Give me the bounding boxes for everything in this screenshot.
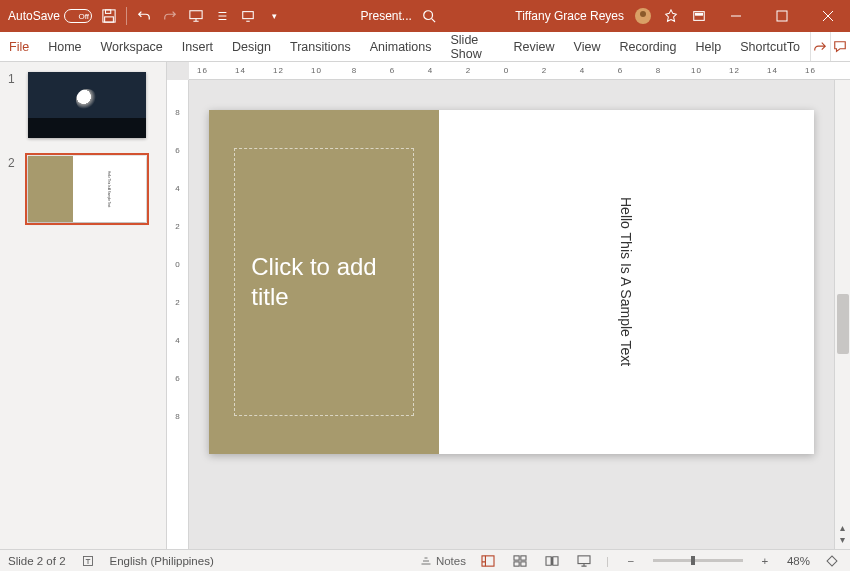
svg-rect-1 — [106, 10, 111, 14]
ribbon-display-icon[interactable] — [690, 7, 708, 25]
svg-point-5 — [424, 11, 433, 20]
current-slide[interactable]: Click to add title Hello This Is A Sampl… — [209, 110, 814, 454]
svg-rect-15 — [514, 561, 519, 565]
title-placeholder[interactable]: Click to add title — [234, 148, 413, 416]
vertical-ruler[interactable]: 864202468 — [167, 80, 189, 549]
accessibility-icon[interactable] — [78, 553, 98, 569]
title-bar: AutoSave Off ▾ Present... Tiffany Grace … — [0, 0, 850, 32]
tab-insert[interactable]: Insert — [173, 32, 223, 61]
list-icon[interactable] — [213, 7, 231, 25]
sample-text[interactable]: Hello This Is A Sample Text — [618, 197, 634, 366]
tab-transitions[interactable]: Transitions — [281, 32, 361, 61]
tab-file[interactable]: File — [0, 32, 39, 61]
slide-counter[interactable]: Slide 2 of 2 — [8, 555, 66, 567]
slidesorter-view-icon[interactable] — [510, 553, 530, 569]
comments-button[interactable] — [830, 32, 850, 61]
fit-to-window-icon[interactable] — [822, 553, 842, 569]
share-button[interactable] — [810, 32, 830, 61]
normal-view-icon[interactable] — [478, 553, 498, 569]
tab-slideshow[interactable]: Slide Show — [442, 32, 505, 61]
thumb-number: 2 — [8, 156, 20, 222]
tab-review[interactable]: Review — [505, 32, 565, 61]
slide-thumbnail-1[interactable] — [28, 72, 146, 138]
slide-left-panel: Click to add title — [209, 110, 439, 454]
title-placeholder-text: Click to add title — [251, 252, 396, 312]
tab-help[interactable]: Help — [686, 32, 731, 61]
search-icon[interactable] — [420, 7, 438, 25]
maximize-button[interactable] — [764, 0, 800, 32]
svg-rect-13 — [514, 555, 519, 559]
user-name[interactable]: Tiffany Grace Reyes — [515, 9, 624, 23]
zoom-out-icon[interactable]: − — [621, 553, 641, 569]
coming-soon-icon[interactable] — [662, 7, 680, 25]
svg-rect-4 — [243, 12, 254, 19]
ribbon-tabs: File Home Workspace Insert Design Transi… — [0, 32, 850, 62]
horizontal-ruler[interactable]: 1614121086420246810121416 — [189, 62, 850, 80]
slide-right-panel: Hello This Is A Sample Text — [439, 110, 814, 454]
notes-toggle[interactable]: Notes — [420, 553, 466, 569]
save-icon[interactable] — [100, 7, 118, 25]
svg-rect-12 — [482, 555, 494, 565]
next-slide-icon[interactable]: ▾ — [840, 535, 845, 545]
autosave-label: AutoSave — [8, 9, 60, 23]
tab-shortcut[interactable]: ShortcutTo — [731, 32, 810, 61]
tab-recording[interactable]: Recording — [610, 32, 686, 61]
qat-customize-icon[interactable]: ▾ — [265, 7, 283, 25]
close-button[interactable] — [810, 0, 846, 32]
prev-slide-icon[interactable]: ▴ — [840, 523, 845, 533]
status-bar: Slide 2 of 2 English (Philippines) Notes… — [0, 549, 850, 571]
undo-icon[interactable] — [135, 7, 153, 25]
tab-workspace[interactable]: Workspace — [92, 32, 173, 61]
slide-thumbnail-2[interactable]: Hello This Is A Sample Text — [28, 156, 146, 222]
present-icon[interactable] — [187, 7, 205, 25]
tab-home[interactable]: Home — [39, 32, 91, 61]
zoom-knob[interactable] — [691, 556, 695, 565]
zoom-slider[interactable] — [653, 559, 743, 562]
redo-icon[interactable] — [161, 7, 179, 25]
minimize-button[interactable] — [718, 0, 754, 32]
svg-rect-10 — [777, 11, 787, 21]
slideshow-view-icon[interactable] — [574, 553, 594, 569]
svg-rect-17 — [578, 555, 590, 563]
svg-rect-3 — [190, 11, 202, 19]
tab-design[interactable]: Design — [223, 32, 281, 61]
svg-rect-14 — [521, 555, 526, 559]
zoom-in-icon[interactable]: + — [755, 553, 775, 569]
scrollbar-thumb[interactable] — [837, 294, 849, 354]
avatar[interactable] — [634, 7, 652, 25]
tab-animations[interactable]: Animations — [361, 32, 442, 61]
language-label[interactable]: English (Philippines) — [110, 555, 214, 567]
autosave-switch[interactable]: Off — [64, 9, 92, 23]
thumb-sample-text: Hello This Is A Sample Text — [107, 171, 111, 207]
document-title: Present... — [360, 9, 411, 23]
tab-view[interactable]: View — [565, 32, 611, 61]
svg-rect-2 — [105, 17, 114, 22]
zoom-value[interactable]: 48% — [787, 555, 810, 567]
slide-canvas-area[interactable]: Click to add title Hello This Is A Sampl… — [189, 80, 834, 549]
svg-rect-16 — [521, 561, 526, 565]
reading-view-icon[interactable] — [542, 553, 562, 569]
svg-point-7 — [640, 11, 646, 17]
svg-rect-9 — [696, 13, 703, 15]
thumb-number: 1 — [8, 72, 20, 138]
slide-thumbnail-panel: 1 2 Hello This Is A Sample Text — [0, 62, 167, 549]
touch-icon[interactable] — [239, 7, 257, 25]
vertical-scrollbar[interactable]: ▴ ▾ — [834, 80, 850, 549]
moon-icon — [76, 89, 98, 111]
autosave-toggle[interactable]: AutoSave Off — [8, 9, 92, 23]
